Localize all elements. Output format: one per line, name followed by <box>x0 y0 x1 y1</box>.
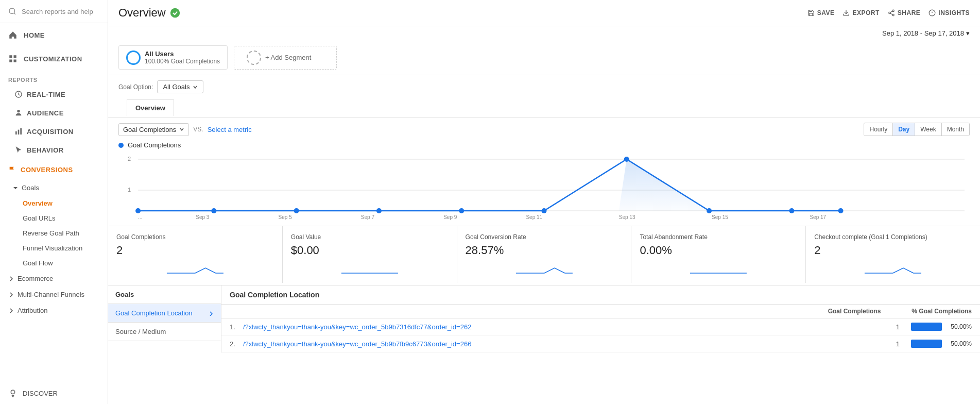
sidebar-item-realtime[interactable]: REAL-TIME <box>0 85 108 104</box>
chevron-right-icon <box>8 276 14 282</box>
bar-chart-icon <box>14 127 23 136</box>
sidebar-item-behavior[interactable]: BEHAVIOR <box>0 141 108 159</box>
funnel-visualization-link[interactable]: Funnel Visualization <box>4 241 108 256</box>
insights-button[interactable]: INSIGHTS <box>929 9 970 16</box>
save-button[interactable]: SAVE <box>807 9 835 16</box>
row-bar-container-0: 50.00% <box>900 323 972 331</box>
goals-nav-item-completion[interactable]: Goal Completion Location <box>108 304 221 323</box>
row-bar-1 <box>911 340 942 348</box>
reverse-goal-path-link[interactable]: Reverse Goal Path <box>4 226 108 241</box>
svg-text:1: 1 <box>128 187 131 193</box>
goal-dropdown[interactable]: All Goals <box>157 80 203 93</box>
svg-rect-8 <box>15 131 17 134</box>
segment-info: All Users 100.00% Goal Completions <box>145 50 220 65</box>
row-link-1[interactable]: /?xlwcty_thankyou=thank-you&key=wc_order… <box>243 340 858 348</box>
sidebar-item-discover[interactable]: DISCOVER <box>0 382 108 404</box>
sidebar-item-customization[interactable]: CUSTOMIZATION <box>0 47 108 71</box>
metric-checkout-complete: Checkout complete (Goal 1 Completions) 2 <box>806 226 980 283</box>
svg-text:Sep 15: Sep 15 <box>712 214 728 220</box>
row-count-0: 1 <box>858 323 900 331</box>
cursor-icon <box>14 146 23 154</box>
select-metric[interactable]: Select a metric <box>208 126 252 133</box>
goal-overview-link[interactable]: Overview <box>4 196 108 211</box>
goals-nav-item-label-1: Source / Medium <box>115 328 166 335</box>
svg-line-17 <box>890 13 892 14</box>
page-title-area: Overview <box>118 6 180 20</box>
metric-conversion-rate: Goal Conversion Rate 28.57% <box>457 226 632 283</box>
sidebar-item-conversions[interactable]: CONVERSIONS <box>0 159 108 180</box>
sidebar-home-label: HOME <box>24 31 45 39</box>
row-link-0[interactable]: /?xlwcty_thankyou=thank-you&key=wc_order… <box>243 323 858 331</box>
page-title: Overview <box>118 6 166 20</box>
add-segment[interactable]: + Add Segment <box>234 46 337 70</box>
main-content: Overview SAVE EXPORT <box>108 0 980 404</box>
goal-selected: All Goals <box>163 83 190 91</box>
svg-text:Sep 13: Sep 13 <box>619 214 635 220</box>
col-header-0: Goal Completions <box>828 308 881 315</box>
sidebar-item-multichannel[interactable]: Multi-Channel Funnels <box>0 287 108 302</box>
sidebar-item-home[interactable]: HOME <box>0 23 108 47</box>
header-actions: SAVE EXPORT SHARE INSIGHTS <box>807 9 970 16</box>
svg-point-0 <box>9 8 15 14</box>
row-pct-0: 50.00% <box>946 323 972 330</box>
svg-rect-5 <box>14 60 16 62</box>
metrics-row: Goal Completions 2 Goal Value $0.00 Goal… <box>108 226 980 283</box>
segment-pct: 100.00% Goal Completions <box>145 58 220 65</box>
svg-marker-36 <box>138 159 840 211</box>
metric-dropdown-chevron <box>179 127 184 132</box>
sidebar-item-audience[interactable]: AUDIENCE <box>0 104 108 122</box>
main-header: Overview SAVE EXPORT <box>108 0 980 26</box>
goal-urls-link[interactable]: Goal URLs <box>4 211 108 226</box>
svg-point-46 <box>838 208 844 213</box>
realtime-label: REAL-TIME <box>27 91 65 98</box>
svg-point-16 <box>892 14 895 16</box>
home-icon <box>8 30 18 40</box>
share-button[interactable]: SHARE <box>888 9 921 16</box>
chevron-down-icon <box>12 185 19 191</box>
sidebar-item-ecommerce[interactable]: Ecommerce <box>0 271 108 287</box>
search-bar[interactable]: Search reports and help <box>0 0 108 23</box>
sidebar: Search reports and help HOME CUSTOMIZATI… <box>0 0 108 404</box>
metric-value-2: 28.57% <box>466 244 623 257</box>
time-btn-week[interactable]: Week <box>915 123 941 136</box>
grid-icon <box>8 54 18 63</box>
bottom-section: Goals Goal Completion Location Source / … <box>108 285 980 352</box>
goals-label: Goals <box>22 184 39 192</box>
time-btn-month[interactable]: Month <box>942 123 969 136</box>
svg-text:Sep 7: Sep 7 <box>361 214 375 220</box>
svg-point-45 <box>789 208 794 213</box>
person-icon <box>14 109 23 117</box>
goals-nav-title: Goals <box>108 285 221 304</box>
metric-value-0: 2 <box>116 244 274 257</box>
verified-icon <box>170 8 180 18</box>
conversions-label: CONVERSIONS <box>21 166 73 174</box>
metric-dropdown[interactable]: Goal Completions <box>118 123 189 136</box>
export-button[interactable]: EXPORT <box>843 9 879 16</box>
date-range[interactable]: Sep 1, 2018 - Sep 17, 2018 ▾ <box>108 26 980 40</box>
metric-title-0: Goal Completions <box>116 233 274 241</box>
svg-text:Sep 9: Sep 9 <box>443 214 457 220</box>
col-headers: Goal Completions % Goal Completions <box>221 305 980 318</box>
svg-point-43 <box>624 157 629 162</box>
svg-point-39 <box>294 208 299 213</box>
sidebar-customization-label: CUSTOMIZATION <box>24 55 82 63</box>
time-btn-day[interactable]: Day <box>893 123 915 136</box>
acquisition-label: ACQUISITION <box>27 128 74 136</box>
goals-nav-item-source[interactable]: Source / Medium <box>108 323 221 341</box>
all-users-segment[interactable]: All Users 100.00% Goal Completions <box>118 45 228 70</box>
goal-flow-link[interactable]: Goal Flow <box>4 256 108 271</box>
svg-point-11 <box>11 390 15 394</box>
time-btn-hourly[interactable]: Hourly <box>864 123 893 136</box>
svg-text:Sep 11: Sep 11 <box>526 214 542 220</box>
goals-header[interactable]: Goals <box>4 180 108 196</box>
data-table: Goal Completion Location Goal Completion… <box>221 285 980 352</box>
clock-icon <box>14 90 23 98</box>
sidebar-item-acquisition[interactable]: ACQUISITION <box>0 122 108 141</box>
svg-line-18 <box>890 11 892 12</box>
goal-option-row: Goal Option: All Goals <box>108 75 980 96</box>
segments-row: All Users 100.00% Goal Completions + Add… <box>108 40 980 75</box>
sidebar-item-attribution[interactable]: Attribution <box>0 302 108 318</box>
overview-tab[interactable]: Overview <box>127 99 174 116</box>
legend-dot <box>118 143 124 148</box>
svg-point-37 <box>135 208 141 213</box>
